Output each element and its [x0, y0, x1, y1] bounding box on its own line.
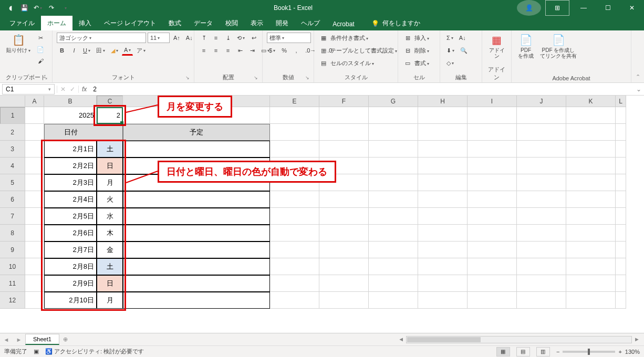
cell-D12[interactable] [123, 292, 270, 309]
clipboard-launcher[interactable]: ↘ [44, 75, 48, 80]
cell-G1[interactable] [369, 107, 418, 124]
cell-K8[interactable] [566, 225, 616, 242]
indent-dec[interactable]: ⇤ [235, 45, 245, 56]
cell-D7[interactable] [123, 208, 270, 225]
cell-A12[interactable] [25, 292, 44, 309]
cell-J6[interactable] [517, 191, 566, 208]
cell-L4[interactable] [616, 158, 626, 174]
font-color-button[interactable]: A [122, 45, 133, 56]
cell-A3[interactable] [25, 141, 44, 158]
cell-C7[interactable]: 水 [97, 208, 123, 225]
tab-view[interactable]: 表示 [244, 16, 269, 30]
cell-K2[interactable] [566, 124, 616, 141]
cell-I10[interactable] [468, 258, 517, 275]
collapse-ribbon-button[interactable]: ⌃ [631, 30, 644, 82]
cell-C12[interactable]: 月 [97, 292, 123, 309]
cell-styles-icon[interactable]: ▤ [318, 58, 329, 68]
col-header-F[interactable]: F [319, 96, 369, 107]
align-bottom[interactable]: ⤓ [223, 33, 233, 43]
expand-formula-bar[interactable]: ⌄ [633, 86, 644, 93]
cell-A1[interactable] [25, 107, 44, 124]
cell-B10[interactable]: 2月8日 [44, 258, 97, 275]
cell-I11[interactable] [468, 275, 517, 292]
find-button[interactable]: 🔍 [458, 45, 470, 56]
cell-C11[interactable]: 日 [97, 275, 123, 292]
cell-L6[interactable] [616, 191, 626, 208]
cell-F12[interactable] [319, 292, 369, 309]
cell-F10[interactable] [319, 258, 369, 275]
close-button[interactable]: ✕ [620, 0, 644, 16]
clear-button[interactable]: ◇ [444, 58, 456, 68]
tab-formulas[interactable]: 数式 [162, 16, 188, 30]
cell-B9[interactable]: 2月7日 [44, 242, 97, 258]
sort-button[interactable]: A↓ [457, 33, 468, 43]
cell-C9[interactable]: 金 [97, 242, 123, 258]
format-painter-button[interactable]: 🖌 [35, 56, 46, 66]
font-name-select[interactable]: 游ゴシック [57, 33, 146, 43]
borders-button[interactable]: 田 [94, 45, 107, 56]
cell-L12[interactable] [616, 292, 626, 309]
cell-H10[interactable] [418, 258, 468, 275]
orientation[interactable]: ⟲ [235, 33, 247, 43]
worksheet[interactable]: ABCDEFGHIJKL 123456789101112 20252日付予定2月… [0, 96, 644, 333]
cell-G7[interactable] [369, 208, 418, 225]
cell-B11[interactable]: 2月9日 [44, 275, 97, 292]
cell-H12[interactable] [418, 292, 468, 309]
cell-C3[interactable]: 土 [97, 141, 123, 158]
align-middle[interactable]: ≡ [211, 33, 221, 43]
cell-G10[interactable] [369, 258, 418, 275]
font-launcher[interactable]: ↘ [185, 75, 190, 80]
cell-H3[interactable] [418, 141, 468, 158]
cut-button[interactable]: ✂ [35, 33, 46, 43]
create-pdf-button[interactable]: 📄PDF を作成 [516, 33, 536, 60]
cell-I4[interactable] [468, 158, 517, 174]
col-header-G[interactable]: G [369, 96, 418, 107]
view-pagebreak-button[interactable]: ▥ [536, 347, 550, 356]
row-header-6[interactable]: 6 [0, 191, 25, 208]
cell-C1[interactable]: 2 [97, 107, 123, 124]
cell-E10[interactable] [270, 258, 319, 275]
accounting-button[interactable]: $ [267, 45, 277, 56]
row-header-8[interactable]: 8 [0, 225, 25, 242]
new-sheet-button[interactable]: ⊕ [59, 336, 72, 343]
cell-B8[interactable]: 2月6日 [44, 225, 97, 242]
cell-L1[interactable] [616, 107, 626, 124]
cell-F7[interactable] [319, 208, 369, 225]
account-icon[interactable]: 👤 [517, 0, 541, 16]
phonetic-button[interactable]: ア [134, 45, 148, 56]
tab-data[interactable]: データ [188, 16, 219, 30]
cell-H5[interactable] [418, 174, 468, 191]
cell-E2[interactable] [270, 124, 319, 141]
accessibility-status[interactable]: ♿ アクセシビリティ: 検討が必要です [45, 348, 144, 355]
cell-D11[interactable] [123, 275, 270, 292]
cell-B7[interactable]: 2月5日 [44, 208, 97, 225]
cell-D3[interactable] [123, 141, 270, 158]
cell-J5[interactable] [517, 174, 566, 191]
cell-D10[interactable] [123, 258, 270, 275]
cell-B6[interactable]: 2月4日 [44, 191, 97, 208]
cell-A2[interactable] [25, 124, 44, 141]
tab-review[interactable]: 校閲 [219, 16, 244, 30]
cell-J11[interactable] [517, 275, 566, 292]
format-cells-button[interactable]: 書式 [414, 59, 429, 67]
cell-I7[interactable] [468, 208, 517, 225]
cell-L2[interactable] [616, 124, 626, 141]
cell-K9[interactable] [566, 242, 616, 258]
col-header-A[interactable]: A [25, 96, 44, 107]
align-launcher[interactable]: ↘ [254, 75, 258, 80]
cell-L9[interactable] [616, 242, 626, 258]
zoom-level[interactable]: 130% [625, 349, 640, 355]
name-box[interactable]: C1▾ [2, 84, 55, 94]
cond-format-icon[interactable]: ▦ [318, 33, 329, 43]
cell-D2[interactable]: 予定 [123, 124, 270, 141]
cell-D6[interactable] [123, 191, 270, 208]
cell-A5[interactable] [25, 174, 44, 191]
cell-L8[interactable] [616, 225, 626, 242]
decrease-font-button[interactable]: A↓ [184, 33, 195, 43]
sheet-nav-prev[interactable]: ◄ [0, 337, 13, 343]
row-header-4[interactable]: 4 [0, 158, 25, 174]
cell-L10[interactable] [616, 258, 626, 275]
cell-K3[interactable] [566, 141, 616, 158]
cell-J10[interactable] [517, 258, 566, 275]
zoom-out-button[interactable]: − [556, 349, 559, 355]
